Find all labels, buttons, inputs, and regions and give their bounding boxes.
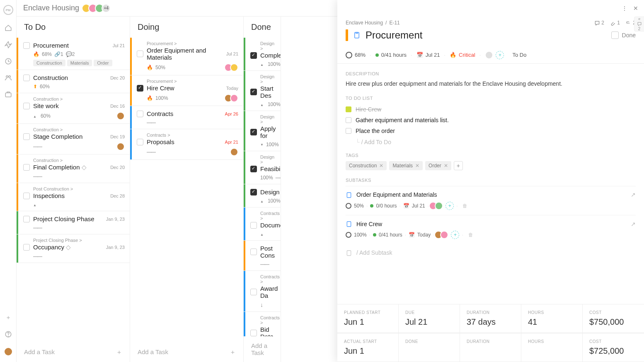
add-todo-button[interactable]: └ / Add To Do	[346, 136, 636, 145]
task-checkbox[interactable]	[23, 244, 30, 251]
task-card[interactable]: Post Construction >InspectionsDec 28	[17, 183, 130, 211]
task-checkbox[interactable]	[250, 52, 257, 59]
todo-item[interactable]: Hire Crew	[346, 104, 636, 115]
task-checkbox[interactable]	[23, 216, 30, 222]
task-title[interactable]: Procurement	[366, 29, 422, 41]
task-card[interactable]: Procurement >Order Equipment and Materia…	[130, 38, 243, 75]
close-icon[interactable]: ✕	[633, 5, 638, 12]
percent-complete[interactable]: 68%	[355, 52, 366, 58]
more-icon[interactable]: ⋮	[622, 5, 627, 12]
task-checkbox[interactable]	[23, 42, 30, 49]
assignee-avatar[interactable]	[230, 94, 238, 102]
task-card[interactable]: Contracts >Bid Date——	[244, 312, 281, 336]
task-checkbox[interactable]	[250, 129, 257, 135]
task-checkbox[interactable]	[23, 193, 30, 199]
task-card[interactable]: Post Cons——	[244, 241, 281, 271]
done-toggle[interactable]: Done	[611, 31, 636, 39]
todo-checkbox[interactable]	[346, 106, 351, 112]
task-checkbox[interactable]	[23, 103, 30, 109]
task-checkbox[interactable]	[250, 189, 257, 195]
people-icon[interactable]	[5, 74, 12, 82]
tag-chip[interactable]: Order✕	[425, 161, 451, 170]
comments-count[interactable]: 2	[594, 20, 604, 26]
task-checkbox[interactable]	[23, 133, 30, 140]
task-card[interactable]: Construction >Stage CompletionDec 19——	[17, 124, 130, 154]
assignee-avatar[interactable]	[116, 112, 125, 120]
hours[interactable]: 0/41 hours	[381, 52, 407, 58]
task-card[interactable]: Design >Feasibility100%——	[244, 151, 281, 184]
task-checkbox[interactable]	[137, 51, 143, 57]
open-subtask-icon[interactable]: ↗	[631, 221, 636, 227]
todo-checkbox[interactable]	[346, 117, 351, 123]
task-card[interactable]: Design100%	[244, 184, 281, 208]
tag-chip[interactable]: Materials	[67, 60, 92, 66]
task-card[interactable]: ConstructionDec 20⬆60%	[17, 70, 130, 93]
task-card[interactable]: Design >Complete100%	[244, 38, 281, 71]
task-card[interactable]: ProcurementJul 21🔥68%🔗1💬2ConstructionMat…	[17, 38, 130, 70]
open-subtask-icon[interactable]: ↗	[631, 191, 636, 198]
task-card[interactable]: Construction >Site workDec 1660%	[17, 93, 130, 124]
todo-item[interactable]: Place the order	[346, 125, 636, 136]
assignee-avatar[interactable]	[230, 63, 238, 72]
status[interactable]: To Do	[512, 52, 526, 58]
assignee-avatar[interactable]	[435, 202, 443, 210]
remove-tag-icon[interactable]: ✕	[415, 163, 419, 169]
priority[interactable]: Critical	[459, 52, 475, 58]
task-card[interactable]: Project Closing Phase >OccupancyJan 9, 2…	[17, 234, 130, 263]
add-assignee-button[interactable]: +	[496, 51, 504, 59]
todo-item[interactable]: Gather equipment and materials list.	[346, 115, 636, 125]
assignee-avatar[interactable]	[485, 51, 493, 59]
add-assignee-button[interactable]: +	[445, 202, 454, 210]
assignee-avatar[interactable]	[116, 142, 125, 151]
activity-icon[interactable]	[5, 41, 12, 48]
tag-chip[interactable]: Construction	[33, 60, 65, 66]
add-task-button[interactable]: Add a Task＋	[130, 343, 243, 362]
project-members[interactable]: +4	[84, 4, 111, 13]
task-checkbox[interactable]	[137, 111, 143, 117]
help-icon[interactable]	[5, 331, 12, 338]
task-card[interactable]: ContractsApr 26——	[130, 106, 243, 129]
assignee-avatar[interactable]	[230, 148, 238, 156]
remove-tag-icon[interactable]: ✕	[379, 163, 383, 169]
plus-icon[interactable]: ＋	[5, 314, 11, 321]
user-avatar[interactable]	[4, 347, 13, 356]
task-checkbox[interactable]	[250, 289, 257, 295]
task-checkbox[interactable]	[23, 75, 30, 81]
task-card[interactable]: Project Closing PhaseJan 9, 23——	[17, 211, 130, 234]
delete-icon[interactable]: 🗑	[468, 232, 473, 238]
task-card[interactable]: Design >Apply for▼100%	[244, 111, 281, 151]
add-task-button[interactable]: Add a Task＋	[17, 343, 130, 362]
remove-tag-icon[interactable]: ✕	[444, 163, 448, 169]
subtask-item[interactable]: Order Equipment and Materials↗ 50%·0/0 h…	[346, 186, 636, 215]
add-task-button[interactable]: Add a Task	[244, 336, 281, 362]
subtask-item[interactable]: Hire Crew↗ 100%·0/41 hours·📅Today·+·🗑	[346, 215, 636, 244]
tag-chip[interactable]: Order	[94, 60, 112, 66]
task-checkbox[interactable]	[250, 330, 257, 336]
delete-icon[interactable]: 🗑	[462, 203, 467, 209]
attachments-count[interactable]: 1	[610, 20, 620, 26]
assignee-avatar[interactable]	[440, 231, 448, 239]
task-checkbox[interactable]	[250, 89, 257, 95]
task-card[interactable]: Contracts >Award Da	[244, 271, 281, 312]
briefcase-icon[interactable]	[5, 91, 12, 98]
task-checkbox[interactable]	[137, 85, 143, 92]
home-icon[interactable]	[5, 24, 12, 31]
add-subtask-button[interactable]: / Add Subtask	[346, 244, 636, 261]
task-card[interactable]: Contracts >Documen	[244, 208, 281, 241]
tag-chip[interactable]: Construction✕	[346, 161, 387, 170]
tag-chip[interactable]: Materials✕	[389, 161, 423, 170]
description-text[interactable]: Hire crew plus order equipment and mater…	[346, 80, 636, 88]
comments-tab[interactable]: » 2	[634, 17, 644, 31]
add-tag-button[interactable]: +	[454, 161, 463, 170]
due-date[interactable]: Jul 21	[426, 52, 440, 58]
task-card[interactable]: Construction >Final CompletionDec 20——	[17, 154, 130, 183]
breadcrumb-project[interactable]: Enclave Housing	[346, 20, 383, 26]
task-card[interactable]: Design >Start Des100%	[244, 71, 281, 111]
task-card[interactable]: Procurement >Hire CrewToday🔥100%	[130, 75, 243, 106]
add-assignee-button[interactable]: +	[451, 231, 459, 239]
task-checkbox[interactable]	[250, 222, 257, 229]
todo-checkbox[interactable]	[346, 128, 351, 134]
task-checkbox[interactable]	[137, 139, 143, 145]
pm-logo[interactable]: PM	[3, 5, 13, 15]
task-card[interactable]: Contracts >ProposalsApr 21——	[130, 129, 243, 160]
